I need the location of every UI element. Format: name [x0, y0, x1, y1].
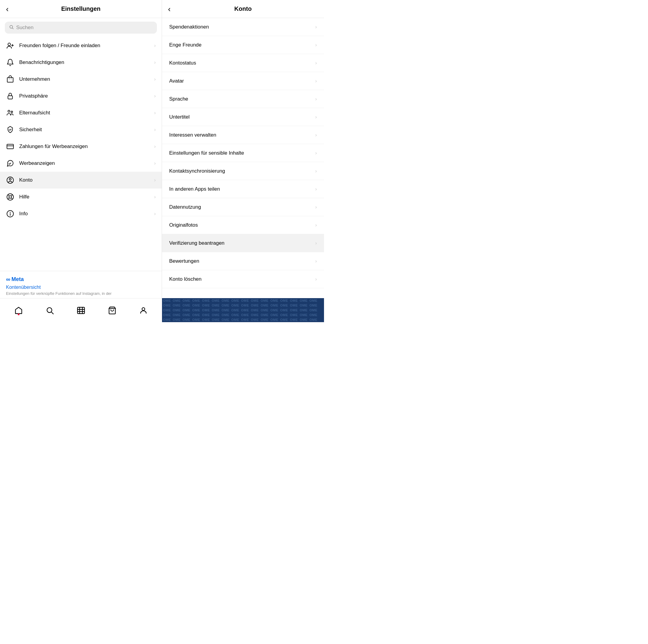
right-menu-item-interests[interactable]: Interessen verwalten ›	[162, 126, 324, 144]
right-menu-item-contact-sync[interactable]: Kontaktsynchronisierung ›	[162, 162, 324, 180]
watermark-text: OME	[269, 308, 279, 312]
shop-icon	[6, 75, 14, 84]
watermark-text: OME	[260, 308, 270, 312]
right-menu-label-sensitive: Einstellungen für sensible Inhalte	[169, 150, 315, 156]
left-menu-item-parental[interactable]: Elternaufsicht ›	[0, 104, 162, 121]
right-menu-item-close-friends[interactable]: Enge Freunde ›	[162, 36, 324, 54]
left-menu-label-ads: Werbeanzeigen	[19, 160, 149, 166]
chevron-right-icon: ›	[154, 110, 156, 115]
bottom-nav-left	[0, 298, 162, 322]
search-placeholder: Suchen	[16, 24, 34, 31]
right-menu-item-avatar[interactable]: Avatar ›	[162, 72, 324, 90]
search-icon	[9, 24, 14, 31]
meta-footer: ∞ Meta Kontenübersicht Einstellungen für…	[0, 271, 162, 298]
watermark-text: OME	[289, 308, 299, 312]
right-menu-label-original-photos: Originalfotos	[169, 222, 315, 228]
watermark-text: OME	[269, 312, 279, 317]
right-menu-item-verification[interactable]: Verifizierung beantragen ›	[162, 234, 324, 252]
right-menu-item-ratings[interactable]: Bewertungen ›	[162, 252, 324, 270]
watermark-pattern: OME OME OME OME OME OME OME OME OME OME …	[162, 298, 324, 322]
watermark-text: OME	[279, 298, 289, 303]
left-menu-item-help[interactable]: Hilfe ›	[0, 189, 162, 205]
watermark-text: OME	[269, 317, 279, 322]
nav-profile-button[interactable]	[139, 306, 148, 315]
right-menu-label-language: Sprache	[169, 96, 315, 102]
watermark-text: OME	[250, 312, 260, 317]
right-menu-item-donations[interactable]: Spendenaktionen ›	[162, 18, 324, 36]
left-menu-label-account: Konto	[19, 177, 149, 183]
watermark-text: OME	[299, 303, 309, 308]
watermark-text: OME	[192, 298, 201, 303]
left-menu-item-account[interactable]: Konto ›	[0, 172, 162, 189]
left-menu-label-security: Sicherheit	[19, 127, 149, 133]
watermark-text: OME	[230, 312, 240, 317]
search-bar[interactable]: Suchen	[5, 21, 157, 34]
right-menu-item-delete-account[interactable]: Konto löschen ›	[162, 270, 324, 288]
nav-search-button[interactable]	[46, 306, 54, 315]
bottom-nav-right-watermark: OME OME OME OME OME OME OME OME OME OME …	[162, 298, 324, 322]
watermark-text: OME	[172, 317, 182, 322]
left-menu-item-business[interactable]: Unternehmen ›	[0, 71, 162, 88]
right-menu-item-original-photos[interactable]: Originalfotos ›	[162, 216, 324, 234]
left-menu-item-privacy[interactable]: Privatsphäre ›	[0, 88, 162, 104]
left-header: ‹ Einstellungen	[0, 0, 162, 18]
meta-brand-label: Meta	[11, 276, 24, 283]
watermark-text: OME	[289, 303, 299, 308]
left-menu-item-info[interactable]: Info ›	[0, 205, 162, 222]
right-menu-item-data-usage[interactable]: Datennutzung ›	[162, 198, 324, 216]
nav-home-button[interactable]	[14, 306, 23, 315]
lifebuoy-icon	[6, 193, 14, 201]
watermark-text: OME	[220, 312, 230, 317]
chevron-right-icon: ›	[315, 241, 317, 246]
chevron-right-icon: ›	[315, 24, 317, 30]
left-menu-list: Freunden folgen / Freunde einladen › Ben…	[0, 37, 162, 271]
right-menu-item-language[interactable]: Sprache ›	[162, 90, 324, 108]
nav-reels-button[interactable]	[77, 306, 85, 315]
left-menu-item-security[interactable]: Sicherheit ›	[0, 121, 162, 138]
right-menu-label-share-apps: In anderen Apps teilen	[169, 186, 315, 192]
meta-logo: ∞ Meta	[6, 276, 156, 283]
watermark-text: OME	[181, 303, 192, 308]
watermark-text: OME	[240, 308, 250, 312]
svg-line-1	[12, 28, 13, 29]
left-menu-item-follow-friends[interactable]: Freunden folgen / Freunde einladen ›	[0, 37, 162, 54]
watermark-text: OME	[211, 317, 221, 322]
watermark-text: OME	[299, 298, 309, 303]
right-back-button[interactable]: ‹	[168, 5, 171, 13]
left-menu-item-notifications[interactable]: Benachrichtigungen ›	[0, 54, 162, 71]
right-menu-item-account-status[interactable]: Kontostatus ›	[162, 54, 324, 72]
right-menu-item-sensitive[interactable]: Einstellungen für sensible Inhalte ›	[162, 144, 324, 162]
left-menu-label-follow-friends: Freunden folgen / Freunde einladen	[19, 43, 149, 49]
left-back-button[interactable]: ‹	[6, 5, 9, 13]
watermark-text: OME	[192, 317, 201, 322]
right-menu-label-delete-account: Konto löschen	[169, 276, 315, 282]
watermark-text: OME	[162, 298, 172, 303]
watermark-text: OME	[172, 303, 182, 308]
meta-sub-text: Einstellungen für verknüpfte Funktionen …	[6, 291, 156, 296]
chevron-right-icon: ›	[315, 60, 317, 66]
watermark-text: OME	[220, 303, 230, 308]
right-menu-label-account-status: Kontostatus	[169, 60, 315, 66]
chevron-right-icon: ›	[154, 161, 156, 166]
watermark-text: OME	[172, 298, 182, 303]
chevron-right-icon: ›	[315, 204, 317, 210]
watermark-text: OME	[162, 317, 172, 322]
left-menu-label-parental: Elternaufsicht	[19, 110, 149, 116]
right-menu-label-avatar: Avatar	[169, 78, 315, 84]
watermark-text: OME	[260, 317, 270, 322]
chevron-right-icon: ›	[154, 144, 156, 149]
svg-line-18	[11, 198, 13, 199]
watermark-text: OME	[299, 312, 309, 317]
right-menu-item-subtitles[interactable]: Untertitel ›	[162, 108, 324, 126]
left-menu-item-ads[interactable]: Werbeanzeigen ›	[0, 155, 162, 172]
watermark-text: OME	[211, 312, 221, 317]
watermark-text: OME	[230, 308, 240, 312]
watermark-text: OME	[162, 308, 172, 312]
nav-shop-button[interactable]	[108, 306, 116, 315]
left-menu-item-payments[interactable]: Zahlungen für Werbeanzeigen ›	[0, 138, 162, 155]
meta-account-overview-link[interactable]: Kontenübersicht	[6, 285, 156, 290]
right-menu-item-share-apps[interactable]: In anderen Apps teilen ›	[162, 180, 324, 198]
watermark-text: OME	[201, 317, 211, 322]
svg-point-14	[9, 178, 11, 181]
watermark-text: OME	[308, 303, 318, 308]
